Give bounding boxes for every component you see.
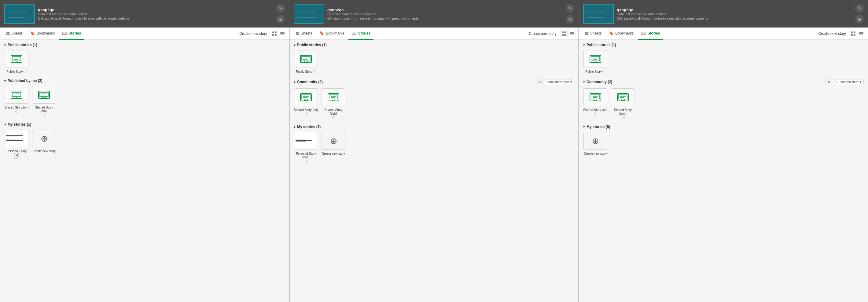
story-card[interactable]: ⊕ Create new story [32, 130, 56, 161]
app-status: Data last loaded: No data loaded [327, 12, 563, 16]
thumbnail-lines [5, 5, 34, 23]
card-label: Shared Story (rvr) [4, 106, 28, 110]
story-card[interactable]: Shared Story (bob) ⓘ [321, 88, 346, 120]
story-card[interactable]: Shared Story (bob) ⓘ [611, 88, 635, 120]
edit-button[interactable]: ✎ [566, 4, 574, 12]
info-icon[interactable]: ⓘ [24, 69, 27, 73]
section-header[interactable]: ▾ Community (2) ⇅ Published date ▾ [583, 79, 864, 85]
header-info: qsop2qc Data last loaded: No data loaded… [617, 8, 852, 20]
grid-view-button[interactable] [850, 30, 857, 37]
tab-stories[interactable]: 📖 Stories [638, 28, 663, 40]
tab-stories[interactable]: 📖 Stories [59, 28, 84, 40]
sort-icon-btn[interactable]: ⇅ [826, 79, 832, 85]
section-header[interactable]: ▾ Public stories (1) [583, 43, 864, 47]
story-card[interactable]: ⊕ Create new story [583, 132, 608, 156]
settings-button[interactable]: ⚙ [855, 15, 864, 24]
section-community: ▾ Community (2) ⇅ Published date ▾ Share… [294, 79, 574, 120]
app-status: Data last loaded: No data loaded [38, 12, 273, 16]
chevron-icon: ▾ [294, 43, 295, 47]
grid-view-button[interactable] [560, 30, 567, 37]
info-icon[interactable]: ⓘ [43, 113, 46, 117]
story-card[interactable]: Personal Story (rvr) ⓘ [4, 130, 29, 161]
card-label-row: Shared Story (bob) ⓘ [321, 107, 346, 120]
story-card[interactable]: ⊕ Create new story [321, 132, 346, 163]
story-card[interactable]: Shared Story (rvr) ⓘ [4, 86, 29, 117]
view-toggle [560, 30, 576, 37]
card-label: Shared Story (bob) [321, 108, 346, 116]
info-icon[interactable]: ⓘ [622, 116, 625, 120]
section-header[interactable]: ▾ Published by me (2) [4, 79, 285, 83]
grid-view-button[interactable] [271, 30, 278, 37]
card-label: Public Story [6, 70, 23, 74]
app-description: Qlik app to push from on prem to saas wi… [617, 17, 852, 20]
plus-icon: ⊕ [41, 133, 48, 144]
story-icon [38, 90, 50, 100]
story-card[interactable]: Public Story ⓘ [4, 50, 29, 74]
info-icon[interactable]: ⓘ [15, 157, 18, 161]
section-label: Public stories (1) [8, 43, 37, 47]
section-header[interactable]: ▾ Public stories (1) [4, 43, 285, 47]
settings-button[interactable]: ⚙ [566, 15, 574, 24]
section-header[interactable]: ▾ My stories (0) [583, 125, 864, 129]
info-icon[interactable]: ⓘ [305, 112, 308, 116]
create-story-button[interactable]: Create new story [818, 31, 846, 36]
card-label-row: Create new story [322, 151, 345, 156]
tab-sheets[interactable]: ▦ Sheets [292, 28, 315, 40]
card-label-row: Personal Story (rvr) ⓘ [4, 148, 29, 161]
section-label: Community (2) [587, 80, 612, 84]
list-view-button[interactable] [568, 30, 576, 37]
sort-chevron: ▾ [570, 80, 572, 84]
sort-dropdown[interactable]: Published date ▾ [545, 79, 574, 85]
chevron-icon: ▾ [294, 125, 295, 129]
create-story-button[interactable]: Create new story [239, 31, 267, 36]
info-icon[interactable]: ⓘ [305, 159, 308, 163]
card-thumbnail: ⊕ [32, 130, 56, 147]
svg-rect-17 [302, 95, 310, 99]
story-card[interactable]: Shared Story (rvr) ⓘ [294, 88, 318, 120]
panel-content: ▾ Public stories (1) Public Story ⓘ ▾ Co… [579, 40, 868, 302]
sheets-tab-icon: ▦ [585, 31, 589, 35]
tab-bookmarks[interactable]: 🔖 Bookmarks [316, 28, 347, 40]
grid-view-icon [851, 31, 856, 36]
card-thumbnail [5, 86, 28, 103]
info-icon[interactable]: ⓘ [313, 69, 316, 73]
tab-stories[interactable]: 📖 Stories [348, 28, 373, 40]
story-card[interactable]: Shared Story (rvr) ⓘ [583, 88, 608, 120]
chevron-icon: ▾ [583, 125, 585, 129]
tab-sheets[interactable]: ▦ Sheets [582, 28, 604, 40]
info-icon[interactable]: ⓘ [15, 110, 18, 114]
sort-dropdown[interactable]: Published date ▾ [834, 79, 864, 85]
info-icon[interactable]: ⓘ [602, 69, 606, 73]
sheets-tab-label: Sheets [11, 31, 23, 35]
story-icon [590, 54, 601, 64]
list-view-button[interactable] [858, 30, 865, 37]
section-header[interactable]: ▾ My stories (1) [4, 122, 285, 126]
info-icon[interactable]: ⓘ [594, 112, 597, 116]
list-view-button[interactable] [279, 30, 286, 37]
stories-tab-icon: 📖 [62, 31, 67, 35]
tab-sheets[interactable]: ▦ Sheets [3, 28, 26, 40]
card-label: Shared Story (rvr) [294, 108, 318, 112]
story-card[interactable]: Personal Story (bob) ⓘ [294, 132, 318, 163]
tab-bookmarks[interactable]: 🔖 Bookmarks [27, 28, 58, 40]
plus-icon: ⊕ [330, 136, 337, 146]
section-label: Published by me (2) [8, 79, 42, 83]
sort-icon-btn[interactable]: ⇅ [536, 79, 543, 85]
section-header[interactable]: ▾ Public stories (1) [294, 43, 574, 47]
thumbnail-lines [584, 5, 613, 23]
section-header[interactable]: ▾ Community (2) ⇅ Published date ▾ [294, 79, 574, 85]
info-icon[interactable]: ⓘ [332, 116, 335, 120]
create-story-button[interactable]: Create new story [529, 31, 557, 36]
story-card[interactable]: Public Story ⓘ [583, 50, 608, 74]
edit-button[interactable]: ✎ [276, 4, 285, 12]
panel-tabs: ▦ Sheets 🔖 Bookmarks 📖 Stories Create ne… [579, 28, 868, 40]
card-label-row: Create new story [584, 151, 607, 156]
stories-tab-label: Stories [358, 31, 370, 35]
settings-button[interactable]: ⚙ [276, 15, 285, 24]
tab-bookmarks[interactable]: 🔖 Bookmarks [606, 28, 637, 40]
story-card[interactable]: Shared Story (bob) ⓘ [32, 86, 56, 117]
section-header[interactable]: ▾ My stories (1) [294, 125, 574, 129]
header-actions: ✎ ⚙ [566, 4, 574, 24]
edit-button[interactable]: ✎ [855, 4, 864, 12]
story-card[interactable]: Public Story ⓘ [294, 50, 318, 74]
